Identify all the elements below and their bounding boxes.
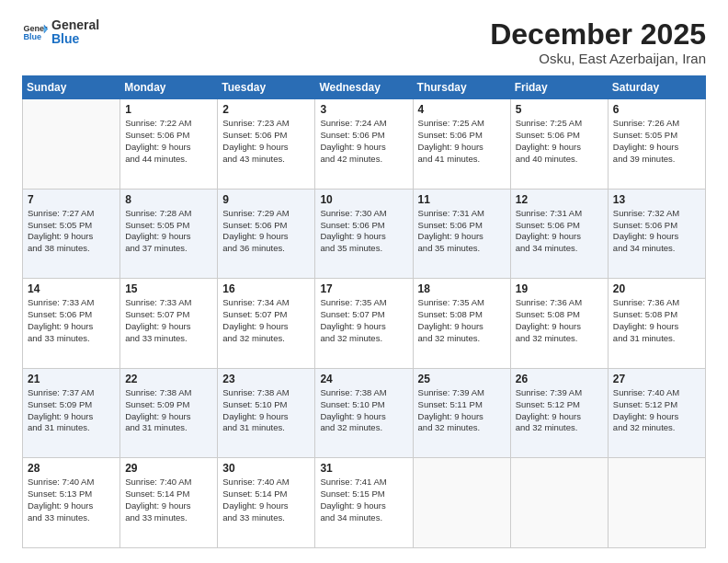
day-number: 14 [28,282,115,295]
calendar-cell [23,99,120,190]
weekday-header: Monday [120,76,218,99]
calendar-cell: 3Sunrise: 7:24 AM Sunset: 5:06 PM Daylig… [315,99,413,190]
day-number: 15 [125,282,212,295]
calendar-week-row: 28Sunrise: 7:40 AM Sunset: 5:13 PM Dayli… [23,458,706,548]
day-number: 6 [613,103,700,116]
day-info: Sunrise: 7:32 AM Sunset: 5:06 PM Dayligh… [613,208,700,255]
day-info: Sunrise: 7:37 AM Sunset: 5:09 PM Dayligh… [28,387,115,434]
calendar-cell: 22Sunrise: 7:38 AM Sunset: 5:09 PM Dayli… [120,368,218,458]
day-info: Sunrise: 7:25 AM Sunset: 5:06 PM Dayligh… [516,118,603,165]
calendar-cell: 7Sunrise: 7:27 AM Sunset: 5:05 PM Daylig… [23,189,120,279]
day-info: Sunrise: 7:40 AM Sunset: 5:14 PM Dayligh… [222,477,310,523]
calendar-week-row: 21Sunrise: 7:37 AM Sunset: 5:09 PM Dayli… [23,368,706,458]
calendar-cell: 15Sunrise: 7:33 AM Sunset: 5:07 PM Dayli… [120,279,218,369]
day-info: Sunrise: 7:30 AM Sunset: 5:06 PM Dayligh… [320,208,407,255]
day-number: 25 [418,373,506,385]
calendar-cell: 24Sunrise: 7:38 AM Sunset: 5:10 PM Dayli… [315,368,413,458]
calendar-cell: 29Sunrise: 7:40 AM Sunset: 5:14 PM Dayli… [120,458,218,548]
logo-blue: Blue [51,32,99,46]
header: General Blue General Blue December 2025 … [22,18,706,66]
calendar-cell: 25Sunrise: 7:39 AM Sunset: 5:11 PM Dayli… [413,368,510,458]
day-number: 11 [418,193,506,206]
calendar-cell: 12Sunrise: 7:31 AM Sunset: 5:06 PM Dayli… [510,189,608,279]
day-info: Sunrise: 7:40 AM Sunset: 5:12 PM Dayligh… [613,387,700,434]
calendar-table: SundayMondayTuesdayWednesdayThursdayFrid… [22,75,706,548]
weekday-header: Saturday [608,76,705,99]
calendar-week-row: 7Sunrise: 7:27 AM Sunset: 5:05 PM Daylig… [23,189,706,279]
day-info: Sunrise: 7:40 AM Sunset: 5:14 PM Dayligh… [125,477,212,523]
weekday-header: Sunday [23,76,120,99]
calendar-cell: 6Sunrise: 7:26 AM Sunset: 5:05 PM Daylig… [608,99,705,190]
day-number: 3 [320,103,407,116]
day-info: Sunrise: 7:40 AM Sunset: 5:13 PM Dayligh… [28,477,115,523]
calendar-cell: 11Sunrise: 7:31 AM Sunset: 5:06 PM Dayli… [413,189,510,279]
day-info: Sunrise: 7:28 AM Sunset: 5:05 PM Dayligh… [125,208,212,255]
day-info: Sunrise: 7:29 AM Sunset: 5:06 PM Dayligh… [222,208,310,255]
day-info: Sunrise: 7:36 AM Sunset: 5:08 PM Dayligh… [516,297,603,344]
page: General Blue General Blue December 2025 … [0,0,728,563]
day-number: 17 [320,282,407,295]
day-number: 12 [516,193,603,206]
calendar-cell: 27Sunrise: 7:40 AM Sunset: 5:12 PM Dayli… [608,368,705,458]
logo-icon: General Blue [22,19,48,45]
day-number: 13 [613,193,700,206]
day-number: 1 [125,103,212,116]
day-number: 19 [516,282,603,295]
calendar-cell: 23Sunrise: 7:38 AM Sunset: 5:10 PM Dayli… [218,368,315,458]
location: Osku, East Azerbaijan, Iran [490,51,706,66]
day-number: 29 [125,462,212,475]
calendar-cell [510,458,608,548]
weekday-header: Wednesday [315,76,413,99]
day-info: Sunrise: 7:22 AM Sunset: 5:06 PM Dayligh… [125,118,212,165]
day-number: 22 [125,373,212,385]
day-number: 23 [222,373,310,385]
day-number: 4 [418,103,506,116]
day-number: 7 [28,193,115,206]
day-info: Sunrise: 7:39 AM Sunset: 5:12 PM Dayligh… [516,387,603,434]
calendar-cell: 13Sunrise: 7:32 AM Sunset: 5:06 PM Dayli… [608,189,705,279]
day-number: 31 [320,462,407,475]
day-info: Sunrise: 7:41 AM Sunset: 5:15 PM Dayligh… [320,477,407,523]
title-block: December 2025 Osku, East Azerbaijan, Ira… [490,18,706,66]
day-number: 9 [222,193,310,206]
calendar-cell: 20Sunrise: 7:36 AM Sunset: 5:08 PM Dayli… [608,279,705,369]
calendar-cell: 4Sunrise: 7:25 AM Sunset: 5:06 PM Daylig… [413,99,510,190]
logo: General Blue General Blue [22,18,99,47]
calendar-cell: 31Sunrise: 7:41 AM Sunset: 5:15 PM Dayli… [315,458,413,548]
day-number: 2 [222,103,310,116]
day-info: Sunrise: 7:23 AM Sunset: 5:06 PM Dayligh… [222,118,310,165]
calendar-cell: 2Sunrise: 7:23 AM Sunset: 5:06 PM Daylig… [218,99,315,190]
calendar-cell: 14Sunrise: 7:33 AM Sunset: 5:06 PM Dayli… [23,279,120,369]
day-info: Sunrise: 7:31 AM Sunset: 5:06 PM Dayligh… [418,208,506,255]
day-info: Sunrise: 7:38 AM Sunset: 5:10 PM Dayligh… [320,387,407,434]
calendar-week-row: 14Sunrise: 7:33 AM Sunset: 5:06 PM Dayli… [23,279,706,369]
day-number: 30 [222,462,310,475]
calendar-cell: 18Sunrise: 7:35 AM Sunset: 5:08 PM Dayli… [413,279,510,369]
calendar-cell: 21Sunrise: 7:37 AM Sunset: 5:09 PM Dayli… [23,368,120,458]
day-info: Sunrise: 7:33 AM Sunset: 5:06 PM Dayligh… [28,297,115,344]
day-info: Sunrise: 7:35 AM Sunset: 5:07 PM Dayligh… [320,297,407,344]
calendar-cell: 30Sunrise: 7:40 AM Sunset: 5:14 PM Dayli… [218,458,315,548]
day-info: Sunrise: 7:39 AM Sunset: 5:11 PM Dayligh… [418,387,506,434]
day-info: Sunrise: 7:35 AM Sunset: 5:08 PM Dayligh… [418,297,506,344]
day-number: 16 [222,282,310,295]
calendar-week-row: 1Sunrise: 7:22 AM Sunset: 5:06 PM Daylig… [23,99,706,190]
day-info: Sunrise: 7:36 AM Sunset: 5:08 PM Dayligh… [613,297,700,344]
weekday-header: Thursday [413,76,510,99]
calendar-cell: 8Sunrise: 7:28 AM Sunset: 5:05 PM Daylig… [120,189,218,279]
calendar-cell: 17Sunrise: 7:35 AM Sunset: 5:07 PM Dayli… [315,279,413,369]
calendar-cell: 5Sunrise: 7:25 AM Sunset: 5:06 PM Daylig… [510,99,608,190]
calendar-cell: 16Sunrise: 7:34 AM Sunset: 5:07 PM Dayli… [218,279,315,369]
calendar-cell: 26Sunrise: 7:39 AM Sunset: 5:12 PM Dayli… [510,368,608,458]
day-info: Sunrise: 7:24 AM Sunset: 5:06 PM Dayligh… [320,118,407,165]
calendar-cell: 9Sunrise: 7:29 AM Sunset: 5:06 PM Daylig… [218,189,315,279]
day-number: 28 [28,462,115,475]
calendar-cell [413,458,510,548]
calendar-cell: 19Sunrise: 7:36 AM Sunset: 5:08 PM Dayli… [510,279,608,369]
weekday-header: Friday [510,76,608,99]
day-number: 26 [516,373,603,385]
weekday-header: Tuesday [218,76,315,99]
day-info: Sunrise: 7:38 AM Sunset: 5:09 PM Dayligh… [125,387,212,434]
day-number: 10 [320,193,407,206]
day-number: 18 [418,282,506,295]
